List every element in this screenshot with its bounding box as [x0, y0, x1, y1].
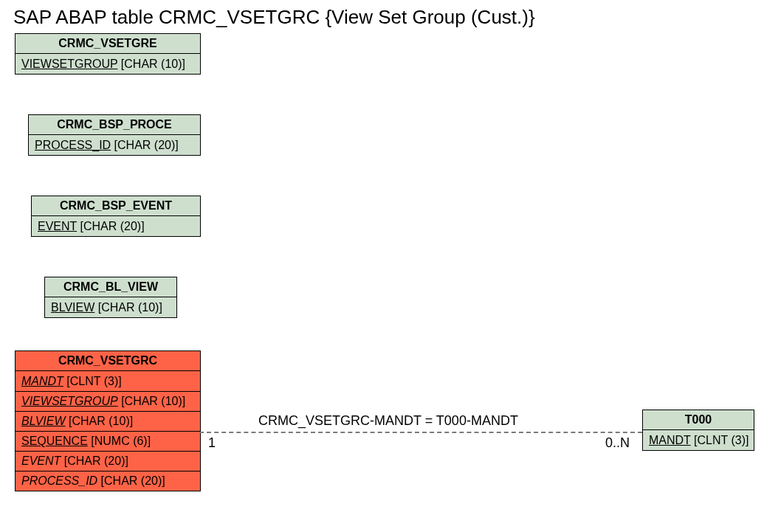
- entity-row: EVENT [CHAR (20)]: [32, 216, 200, 236]
- entity-header: CRMC_BSP_PROCE: [29, 115, 200, 135]
- cardinality-left: 1: [208, 435, 216, 451]
- relationship-line: [199, 432, 642, 433]
- field-name: PROCESS_ID: [21, 474, 97, 487]
- field-type: [CHAR (20)]: [114, 139, 179, 151]
- entity-header: T000: [643, 410, 754, 430]
- entity-crmc-bsp-event: CRMC_BSP_EVENT EVENT [CHAR (20)]: [31, 196, 201, 237]
- field-name: BLVIEW: [21, 415, 66, 427]
- entity-row: SEQUENCE [NUMC (6)]: [16, 431, 200, 451]
- field-type: [CHAR (20)]: [101, 474, 165, 487]
- field-type: [CLNT (3)]: [694, 434, 748, 446]
- entity-row: PROCESS_ID [CHAR (20)]: [29, 135, 200, 155]
- cardinality-right: 0..N: [605, 435, 630, 451]
- entity-row: VIEWSETGROUP [CHAR (10)]: [16, 391, 200, 411]
- entity-row: PROCESS_ID [CHAR (20)]: [16, 471, 200, 491]
- entity-row: BLVIEW [CHAR (10)]: [45, 297, 176, 317]
- field-name: BLVIEW: [51, 301, 94, 314]
- field-type: [NUMC (6)]: [91, 435, 151, 447]
- field-name: EVENT: [21, 455, 61, 467]
- field-type: [CHAR (10)]: [69, 415, 133, 427]
- entity-row: MANDT [CLNT (3)]: [16, 371, 200, 391]
- entity-t000: T000 MANDT [CLNT (3)]: [642, 410, 754, 451]
- field-name: SEQUENCE: [21, 435, 88, 447]
- entity-row: EVENT [CHAR (20)]: [16, 451, 200, 471]
- field-type: [CHAR (10)]: [121, 395, 185, 407]
- field-type: [CHAR (10)]: [98, 301, 162, 314]
- entity-header: CRMC_BL_VIEW: [45, 277, 176, 297]
- field-type: [CLNT (3)]: [66, 375, 121, 387]
- entity-header: CRMC_VSETGRE: [16, 34, 200, 54]
- field-type: [CHAR (20)]: [64, 455, 128, 467]
- entity-crmc-vsetgrc: CRMC_VSETGRC MANDT [CLNT (3)] VIEWSETGRO…: [15, 350, 201, 491]
- diagram-title: SAP ABAP table CRMC_VSETGRC {View Set Gr…: [13, 6, 535, 29]
- field-name: VIEWSETGROUP: [21, 58, 117, 70]
- entity-header: CRMC_VSETGRC: [16, 351, 200, 371]
- entity-row: BLVIEW [CHAR (10)]: [16, 411, 200, 431]
- field-name: MANDT: [21, 375, 63, 387]
- entity-row: VIEWSETGROUP [CHAR (10)]: [16, 54, 200, 74]
- field-name: MANDT: [649, 434, 691, 446]
- entity-row: MANDT [CLNT (3)]: [643, 430, 754, 450]
- entity-crmc-bl-view: CRMC_BL_VIEW BLVIEW [CHAR (10)]: [44, 277, 177, 318]
- relationship-label: CRMC_VSETGRC-MANDT = T000-MANDT: [258, 413, 518, 429]
- field-name: PROCESS_ID: [35, 139, 111, 151]
- field-name: EVENT: [38, 220, 77, 232]
- entity-header: CRMC_BSP_EVENT: [32, 196, 200, 216]
- entity-crmc-bsp-proce: CRMC_BSP_PROCE PROCESS_ID [CHAR (20)]: [28, 114, 201, 156]
- field-type: [CHAR (10)]: [121, 58, 185, 70]
- field-type: [CHAR (20)]: [80, 220, 145, 232]
- field-name: VIEWSETGROUP: [21, 395, 118, 407]
- entity-crmc-vsetgre: CRMC_VSETGRE VIEWSETGROUP [CHAR (10)]: [15, 33, 201, 75]
